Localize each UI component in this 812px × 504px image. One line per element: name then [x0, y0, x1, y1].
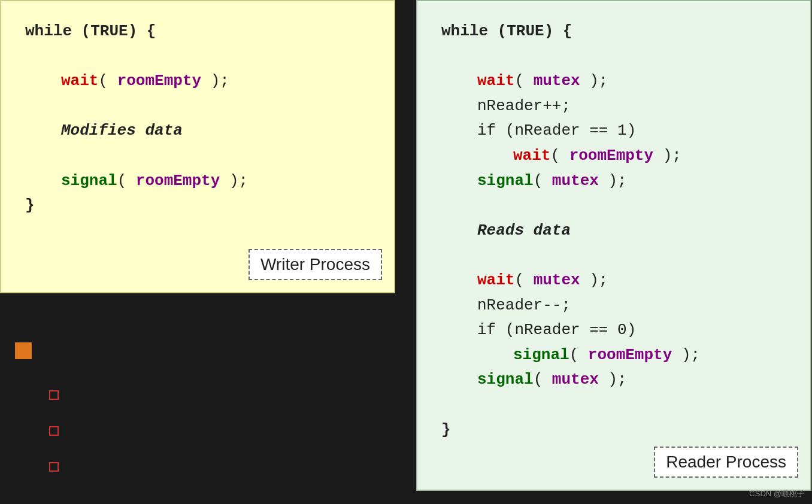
reader-wait-mutex-2: wait( mutex ); [441, 268, 786, 293]
reader-panel: while (TRUE) { wait( mutex ); nReader++;… [416, 0, 811, 491]
writer-line-wait: wait( roomEmpty ); [25, 69, 370, 94]
reader-blank4 [441, 393, 786, 418]
reader-nreader-inc: nReader++; [441, 94, 786, 119]
reader-signal-roomEmpty: signal( roomEmpty ); [441, 343, 786, 368]
main-container: while (TRUE) { wait( roomEmpty ); Modifi… [0, 0, 812, 504]
reader-reads-data: Reads data [441, 218, 786, 244]
reader-blank2 [441, 193, 786, 218]
writer-line-blank2 [25, 94, 370, 119]
writer-line-modifies: Modifies data [25, 119, 370, 144]
orange-square-icon [15, 342, 32, 359]
writer-process-label: Writer Process [249, 249, 382, 280]
reader-code: while (TRUE) { wait( mutex ); nReader++;… [441, 19, 786, 442]
reader-wait-roomEmpty: wait( roomEmpty ); [441, 144, 786, 169]
reader-if-2: if (nReader == 0) [441, 318, 786, 343]
small-square-2 [49, 426, 59, 436]
reader-wait-mutex-1: wait( mutex ); [441, 69, 786, 94]
writer-line-blank1 [25, 44, 370, 69]
watermark: CSDN @喂桃子 [749, 488, 805, 499]
reader-line-1: while (TRUE) { [441, 19, 786, 44]
reader-blank1 [441, 44, 786, 69]
writer-panel: while (TRUE) { wait( roomEmpty ); Modifi… [0, 0, 395, 293]
reader-if-1: if (nReader == 1) [441, 119, 786, 144]
reader-signal-mutex-1: signal( mutex ); [441, 169, 786, 194]
writer-line-close: } [25, 193, 370, 218]
small-square-1 [49, 390, 59, 400]
reader-process-label: Reader Process [654, 447, 798, 478]
writer-line-blank3 [25, 144, 370, 169]
reader-line-close: } [441, 418, 786, 443]
bottom-left-area [0, 294, 395, 504]
writer-code: while (TRUE) { wait( roomEmpty ); Modifi… [25, 19, 370, 218]
reader-signal-mutex-2: signal( mutex ); [441, 368, 786, 393]
small-square-3 [49, 462, 59, 472]
reader-nreader-dec: nReader--; [441, 293, 786, 318]
reader-blank3 [441, 243, 786, 268]
writer-line-signal: signal( roomEmpty ); [25, 169, 370, 194]
writer-line-1: while (TRUE) { [25, 19, 370, 44]
